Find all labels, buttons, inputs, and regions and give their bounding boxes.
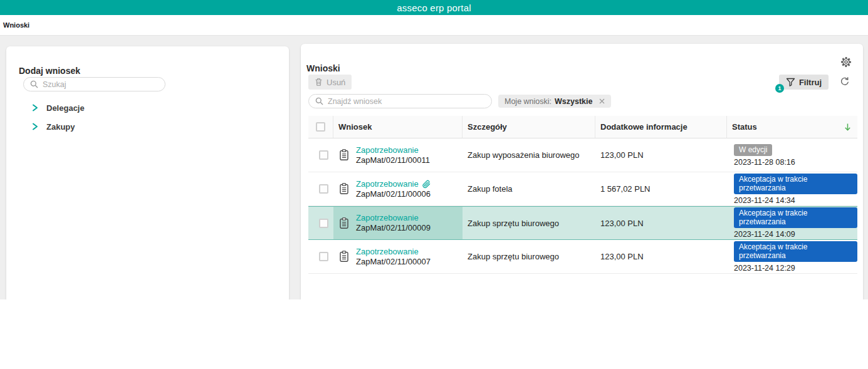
table-header-row: Wniosek Szczegóły Dodatkowe informacje S…	[308, 116, 857, 138]
request-amount: 123,00 PLN	[595, 240, 727, 273]
delete-button[interactable]: Usuń	[308, 75, 352, 90]
add-request-title: Dodaj wniosek	[19, 66, 80, 76]
status-timestamp: 2023-11-24 14:09	[734, 230, 795, 239]
workspace: Dodaj wniosek Delegacje	[0, 36, 868, 299]
request-number: ZapMat/02/11/00007	[356, 257, 431, 267]
status-timestamp: 2023-11-24 14:34	[734, 196, 795, 205]
app-title: asseco erp portal	[397, 3, 471, 13]
status-badge: W edycji	[734, 144, 772, 156]
sort-descending-icon[interactable]	[844, 123, 851, 132]
refresh-icon[interactable]	[840, 76, 850, 86]
tree-item-zakupy[interactable]: Zakupy	[31, 120, 85, 133]
close-icon[interactable]	[599, 98, 605, 104]
status-timestamp: 2023-11-28 08:16	[734, 158, 795, 167]
filter-count-badge: 1	[775, 84, 784, 93]
select-all-checkbox[interactable]	[316, 122, 325, 132]
left-search-field[interactable]	[23, 77, 165, 91]
search-icon	[30, 80, 38, 88]
request-amount: 1 567,02 PLN	[595, 172, 727, 205]
request-number: ZapMat/02/11/00009	[356, 223, 431, 233]
request-link[interactable]: Zapotrzebowanie	[356, 213, 431, 223]
request-link[interactable]: Zapotrzebowanie	[356, 247, 431, 257]
select-all-checkbox-cell	[308, 116, 333, 138]
request-link[interactable]: Zapotrzebowanie	[356, 145, 430, 155]
row-checkbox[interactable]	[319, 184, 328, 194]
requests-panel: Wnioski Usuń Filtruj 1	[301, 44, 863, 299]
clipboard-icon	[338, 251, 350, 262]
filter-chip-moje-wnioski[interactable]: Moje wnioski: Wszystkie	[498, 95, 611, 108]
nav-item-wnioski[interactable]: Wnioski	[3, 21, 29, 29]
request-number: ZapMat/02/11/00006	[356, 189, 431, 199]
gear-icon[interactable]	[840, 56, 852, 68]
search-icon	[315, 97, 323, 105]
clipboard-icon	[338, 183, 350, 195]
request-amount: 123,00 PLN	[595, 207, 727, 239]
clipboard-icon	[338, 217, 350, 229]
request-link[interactable]: Zapotrzebowanie	[356, 179, 431, 189]
tree-item-label: Delegacje	[46, 103, 85, 113]
column-header-wniosek[interactable]: Wniosek	[333, 116, 463, 138]
nav-bar: Wnioski	[0, 15, 868, 36]
delete-button-label: Usuń	[327, 78, 345, 87]
funnel-icon	[786, 78, 795, 87]
requests-table: Wniosek Szczegóły Dodatkowe informacje S…	[308, 116, 857, 274]
row-checkbox[interactable]	[319, 219, 328, 228]
requests-title: Wnioski	[306, 63, 340, 73]
status-badge: Akceptacja w trakcie przetwarzania	[734, 241, 857, 262]
filter-chip-label: Moje wnioski:	[505, 97, 552, 106]
table-row[interactable]: Zapotrzebowanie ZapMat/02/11/00011 Zakup…	[308, 138, 857, 172]
attachment-icon	[422, 180, 431, 189]
table-row[interactable]: Zapotrzebowanie ZapMat/02/11/00009 Zakup…	[308, 206, 857, 240]
requests-search-field[interactable]	[308, 94, 492, 108]
add-request-panel: Dodaj wniosek Delegacje	[6, 46, 289, 299]
tree-item-label: Zakupy	[46, 122, 75, 132]
request-details: Zakup wyposażenia biurowego	[463, 138, 595, 172]
tree-item-delegacje[interactable]: Delegacje	[31, 101, 85, 114]
row-checkbox[interactable]	[319, 252, 328, 261]
status-badge: Akceptacja w trakcie przetwarzania	[734, 207, 857, 228]
requests-search-input[interactable]	[328, 97, 485, 106]
app-window: asseco erp portal Wnioski Dodaj wniosek …	[0, 0, 868, 369]
chevron-right-icon	[31, 122, 39, 131]
row-checkbox[interactable]	[319, 150, 328, 160]
filter-button[interactable]: Filtruj 1	[779, 75, 829, 90]
request-details: Zakup sprzętu biurowego	[463, 207, 595, 239]
column-header-szczegoly[interactable]: Szczegóły	[463, 116, 595, 138]
request-details: Zakup sprzętu biurowego	[463, 240, 595, 273]
chevron-right-icon	[31, 103, 39, 112]
left-search-input[interactable]	[43, 80, 159, 89]
status-timestamp: 2023-11-24 12:29	[734, 264, 795, 273]
status-badge: Akceptacja w trakcie przetwarzania	[734, 174, 857, 194]
table-row[interactable]: Zapotrzebowanie ZapMat/02/11/00007 Zakup…	[308, 240, 857, 274]
column-header-status[interactable]: Status	[727, 116, 857, 138]
request-amount: 123,00 PLN	[595, 138, 727, 172]
trash-icon	[315, 78, 323, 86]
column-header-dodatkowe[interactable]: Dodatkowe informacje	[595, 116, 727, 138]
request-details: Zakup fotela	[463, 172, 595, 205]
request-number: ZapMat/02/11/00011	[356, 155, 430, 165]
top-brand-bar: asseco erp portal	[0, 0, 868, 15]
clipboard-icon	[338, 149, 350, 161]
request-type-tree: Delegacje Zakupy	[31, 101, 85, 139]
filter-button-label: Filtruj	[799, 78, 822, 87]
filter-chip-value: Wszystkie	[555, 97, 592, 106]
table-row[interactable]: Zapotrzebowanie ZapMat/02/11/00006 Zakup…	[308, 172, 857, 206]
